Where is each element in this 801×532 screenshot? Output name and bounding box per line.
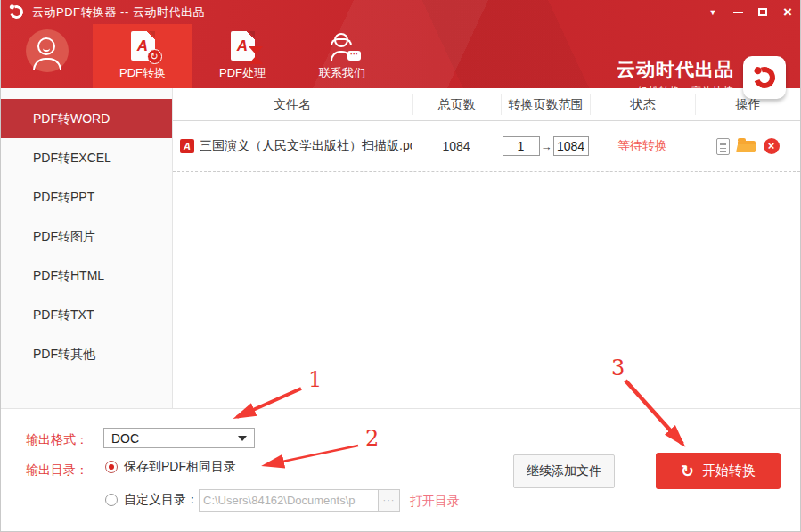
output-format-label: 输出格式：	[26, 432, 88, 448]
toolbar: A ↻ PDF转换 A PDF处理	[1, 24, 800, 88]
tab-label: 联系我们	[319, 65, 365, 81]
custom-dir-path-input[interactable]	[199, 489, 379, 512]
maximize-button[interactable]	[750, 0, 775, 24]
sidebar-item-pdf-to-other[interactable]: PDF转其他	[1, 334, 172, 373]
sidebar-item-pdf-to-excel[interactable]: PDF转EXCEL	[1, 138, 172, 177]
pdf-process-icon: A	[231, 31, 255, 61]
footer-panel: 输出格式： DOC 输出目录： 保存到PDF相同目录 自定义目录： ··· 打开…	[1, 408, 800, 531]
output-dir-label: 输出目录：	[26, 462, 88, 479]
tab-pdf-convert[interactable]: A ↻ PDF转换	[93, 24, 192, 88]
output-format-value: DOC	[111, 431, 238, 446]
file-table: 文件名 总页数 转换页数范围 状态 操作 A 三国演义（人民文学出版社）扫描版.…	[173, 88, 800, 408]
status-text: 等待转换	[590, 138, 695, 154]
brand-block: 云动时代出品 轻松转换，高效快捷	[617, 56, 786, 99]
tab-pdf-process[interactable]: A PDF处理	[192, 24, 292, 88]
pdf-file-icon: A	[180, 139, 194, 153]
minimize-icon	[733, 12, 743, 13]
app-logo-icon	[8, 4, 26, 21]
tab-label: PDF处理	[219, 65, 266, 81]
tab-contact-us[interactable]: ··· 联系我们	[292, 24, 392, 88]
col-header-filename: 文件名	[173, 94, 412, 115]
avatar-person-icon	[37, 37, 55, 55]
sidebar: PDF转WORD PDF转EXCEL PDF转PPT PDF转图片 PDF转HT…	[1, 88, 173, 408]
col-header-page-range: 转换页数范围	[501, 94, 590, 115]
open-folder-icon[interactable]	[738, 141, 756, 152]
maximize-icon	[758, 8, 767, 16]
app-header: 云动PDF转换器 -- 云动时代出品 ▼ × A ↻ PDF转换	[1, 0, 800, 88]
sidebar-item-pdf-to-html[interactable]: PDF转HTML	[1, 256, 172, 295]
custom-dir-option-label: 自定义目录：	[124, 492, 199, 508]
user-avatar[interactable]	[26, 29, 69, 72]
close-button[interactable]: ×	[775, 0, 800, 24]
tab-label: PDF转换	[119, 65, 166, 81]
same-dir-radio[interactable]: 保存到PDF相同目录	[105, 459, 236, 475]
sidebar-item-pdf-to-ppt[interactable]: PDF转PPT	[1, 177, 172, 217]
custom-dir-radio[interactable]: 自定义目录：	[105, 492, 199, 508]
output-format-select[interactable]: DOC	[103, 428, 255, 448]
same-dir-option-label: 保存到PDF相同目录	[124, 459, 236, 475]
range-end-input[interactable]	[553, 136, 589, 156]
menu-caret-icon[interactable]: ▼	[700, 0, 725, 24]
pdf-convert-icon: A ↻	[131, 31, 155, 61]
brand-logo-icon	[743, 56, 786, 99]
sidebar-item-pdf-to-txt[interactable]: PDF转TXT	[1, 295, 172, 334]
headset-person-icon: ···	[327, 31, 357, 61]
table-row: A 三国演义（人民文学出版社）扫描版.pd 1084 → 等待转换 ×	[173, 121, 800, 172]
start-convert-label: 开始转换	[702, 462, 756, 479]
browse-button[interactable]: ···	[378, 489, 400, 512]
hourglass-icon	[249, 46, 263, 64]
range-arrow-icon: →	[541, 140, 552, 153]
chevron-down-icon	[238, 436, 247, 441]
app-window: 云动PDF转换器 -- 云动时代出品 ▼ × A ↻ PDF转换	[0, 0, 801, 532]
file-name: 三国演义（人民文学出版社）扫描版.pd	[200, 138, 412, 154]
brand-subtitle: 轻松转换，高效快捷	[617, 85, 734, 98]
refresh-icon: ↻	[681, 462, 694, 481]
content-area: PDF转WORD PDF转EXCEL PDF转PPT PDF转图片 PDF转HT…	[1, 88, 800, 408]
open-directory-link[interactable]: 打开目录	[410, 494, 460, 510]
radio-selected-icon	[105, 461, 118, 473]
refresh-badge-icon: ↻	[147, 49, 162, 64]
sidebar-item-pdf-to-word[interactable]: PDF转WORD	[1, 99, 172, 138]
delete-file-icon[interactable]: ×	[764, 138, 780, 154]
window-title: 云动PDF转换器 -- 云动时代出品	[32, 4, 205, 20]
title-bar: 云动PDF转换器 -- 云动时代出品 ▼ ×	[1, 0, 800, 24]
brand-title: 云动时代出品	[617, 57, 734, 82]
col-header-total-pages: 总页数	[412, 94, 501, 115]
minimize-button[interactable]	[725, 0, 750, 24]
document-info-icon[interactable]	[716, 138, 730, 155]
sidebar-item-pdf-to-image[interactable]: PDF转图片	[1, 217, 172, 256]
toolbar-tabs: A ↻ PDF转换 A PDF处理	[93, 24, 392, 88]
radio-unselected-icon	[105, 494, 118, 506]
total-pages-value: 1084	[412, 139, 501, 153]
chat-bubble-icon: ···	[347, 51, 361, 61]
start-convert-button[interactable]: ↻ 开始转换	[656, 453, 781, 489]
range-start-input[interactable]	[503, 136, 540, 156]
add-files-button[interactable]: 继续添加文件	[513, 454, 615, 488]
